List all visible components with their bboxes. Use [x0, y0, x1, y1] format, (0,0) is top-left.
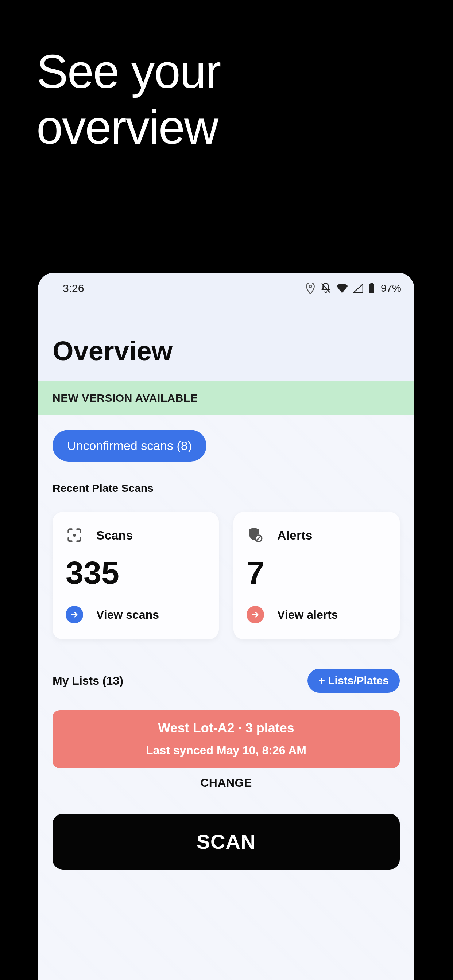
promo-line1: See your — [37, 44, 220, 100]
view-alerts-text: View alerts — [277, 608, 338, 622]
page-title: Overview — [38, 296, 414, 381]
add-lists-plates-label: + Lists/Plates — [318, 675, 389, 687]
arrow-right-icon — [65, 606, 83, 624]
alerts-card-title: Alerts — [277, 528, 312, 542]
promo-line2: overview — [37, 100, 220, 155]
scans-card-title: Scans — [96, 528, 133, 542]
status-icons: 97% — [306, 283, 401, 294]
add-lists-plates-button[interactable]: + Lists/Plates — [308, 669, 400, 693]
scan-button-label: SCAN — [196, 830, 256, 853]
recent-scans-label: Recent Plate Scans — [53, 482, 400, 495]
my-lists-row: My Lists (13) + Lists/Plates — [53, 669, 400, 693]
phone-frame: 3:26 — [38, 273, 414, 980]
scan-button[interactable]: SCAN — [53, 814, 400, 870]
svg-point-0 — [309, 285, 312, 288]
view-scans-link[interactable]: View scans — [65, 606, 206, 624]
my-lists-label: My Lists (13) — [53, 674, 123, 687]
active-lot-subtitle: Last synced May 10, 8:26 AM — [60, 744, 392, 757]
svg-rect-3 — [370, 283, 373, 284]
status-bar: 3:26 — [38, 273, 414, 296]
unconfirmed-scans-label: Unconfirmed scans (8) — [67, 439, 192, 453]
scan-target-icon — [65, 527, 83, 544]
wifi-icon — [336, 284, 348, 293]
notifications-off-icon — [320, 283, 331, 294]
battery-percentage: 97% — [381, 283, 401, 294]
view-scans-text: View scans — [96, 608, 159, 622]
arrow-right-icon — [247, 606, 264, 624]
change-lot-label: CHANGE — [200, 776, 252, 789]
update-banner[interactable]: NEW VERSION AVAILABLE — [38, 381, 414, 415]
scans-card[interactable]: Scans 335 View scans — [53, 512, 219, 640]
active-lot-card[interactable]: West Lot-A2 · 3 plates Last synced May 1… — [53, 710, 400, 768]
svg-point-4 — [73, 534, 76, 537]
status-time: 3:26 — [63, 282, 84, 294]
shield-block-icon — [247, 527, 264, 544]
location-icon — [306, 283, 315, 294]
svg-rect-2 — [369, 284, 374, 293]
active-lot-title: West Lot-A2 · 3 plates — [60, 721, 392, 736]
alerts-card-head: Alerts — [247, 527, 387, 544]
scans-card-value: 335 — [65, 554, 206, 591]
stat-cards: Scans 335 View scans — [53, 512, 400, 640]
battery-icon — [368, 283, 375, 294]
promo-headline: See your overview — [37, 44, 220, 156]
content-area: Unconfirmed scans (8) Recent Plate Scans… — [38, 415, 414, 980]
unconfirmed-scans-chip[interactable]: Unconfirmed scans (8) — [53, 430, 206, 461]
change-lot-button[interactable]: CHANGE — [53, 776, 400, 790]
update-banner-text: NEW VERSION AVAILABLE — [53, 392, 198, 404]
signal-icon — [353, 284, 363, 293]
scans-card-head: Scans — [65, 527, 206, 544]
view-alerts-link[interactable]: View alerts — [247, 606, 387, 624]
alerts-card-value: 7 — [247, 554, 387, 591]
alerts-card[interactable]: Alerts 7 View alerts — [233, 512, 400, 640]
